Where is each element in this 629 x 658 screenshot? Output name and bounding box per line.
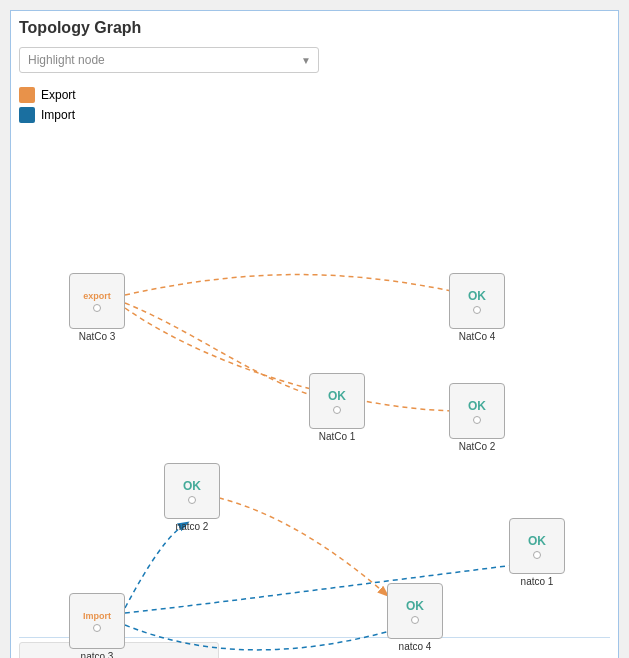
export-color-box xyxy=(19,87,35,103)
node-natcoo2-port xyxy=(188,496,196,504)
legend: Export Import xyxy=(19,87,610,123)
node-natco3b-toptext: Import xyxy=(83,611,111,621)
node-natco2-port xyxy=(473,416,481,424)
node-natco1b[interactable]: OK natco 1 xyxy=(509,518,565,587)
node-natco1b-port xyxy=(533,551,541,559)
legend-import: Import xyxy=(19,107,610,123)
node-natco4b-label: natco 4 xyxy=(387,641,443,652)
node-natco2-label: NatCo 2 xyxy=(449,441,505,452)
panel-title: Topology Graph xyxy=(19,19,610,37)
node-natcoo2-badge: OK xyxy=(183,479,201,493)
node-natco4-badge: OK xyxy=(468,289,486,303)
node-natco3b-label: natco 3 xyxy=(69,651,125,658)
node-natco3-port xyxy=(93,304,101,312)
node-natco3b-port xyxy=(93,624,101,632)
topology-panel: Topology Graph Highlight node ▼ Export I… xyxy=(10,10,619,658)
import-label: Import xyxy=(41,108,75,122)
node-natco4b[interactable]: OK natco 4 xyxy=(387,583,443,652)
node-natco1b-label: natco 1 xyxy=(509,576,565,587)
node-natco3-label: NatCo 3 xyxy=(69,331,125,342)
node-natco2-badge: OK xyxy=(468,399,486,413)
node-natco4-label: NatCo 4 xyxy=(449,331,505,342)
node-natco4-port xyxy=(473,306,481,314)
node-natco3[interactable]: export NatCo 3 xyxy=(69,273,125,342)
node-natcoo2-label: natco 2 xyxy=(164,521,220,532)
node-natco4b-badge: OK xyxy=(406,599,424,613)
node-natco1-port xyxy=(333,406,341,414)
node-natco3-toptext: export xyxy=(83,291,111,301)
node-natco4[interactable]: OK NatCo 4 xyxy=(449,273,505,342)
node-natco1[interactable]: OK NatCo 1 xyxy=(309,373,365,442)
highlight-dropdown[interactable]: Highlight node ▼ xyxy=(19,47,319,73)
graph-area: export NatCo 3 OK NatCo 4 OK NatCo 1 OK xyxy=(19,133,610,633)
highlight-select[interactable]: Highlight node xyxy=(19,47,319,73)
node-natcoo2[interactable]: OK natco 2 xyxy=(164,463,220,532)
legend-export: Export xyxy=(19,87,610,103)
node-natco4b-port xyxy=(411,616,419,624)
node-natco1b-badge: OK xyxy=(528,534,546,548)
import-color-box xyxy=(19,107,35,123)
node-natco3b[interactable]: Import natco 3 xyxy=(69,593,125,658)
node-natco1-badge: OK xyxy=(328,389,346,403)
export-label: Export xyxy=(41,88,76,102)
node-natco2[interactable]: OK NatCo 2 xyxy=(449,383,505,452)
node-natco1-label: NatCo 1 xyxy=(309,431,365,442)
